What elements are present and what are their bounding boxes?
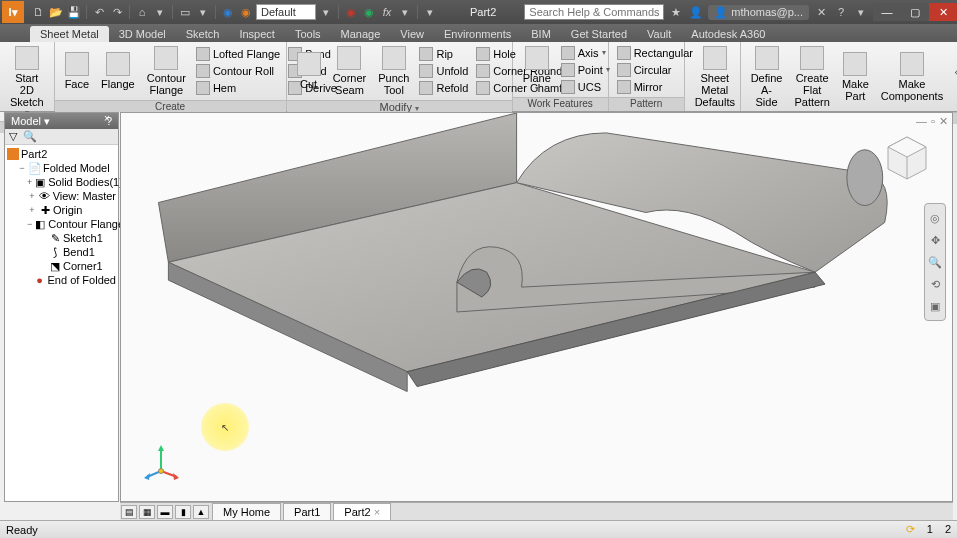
axis-button[interactable]: Axis▾ xyxy=(557,45,614,61)
tab-sheet-metal[interactable]: Sheet Metal xyxy=(30,26,109,42)
make-components-button[interactable]: Make Components xyxy=(875,50,949,104)
status-page-1[interactable]: 1 xyxy=(927,523,933,536)
new-icon[interactable]: 🗋 xyxy=(30,4,46,20)
filter-icon[interactable]: ▽ xyxy=(9,130,17,143)
browser-header[interactable]: Model ▾ ? xyxy=(5,113,118,129)
appearance-combo[interactable]: Default xyxy=(256,4,316,20)
fx-dropdown-icon[interactable]: ▾ xyxy=(397,4,413,20)
face-button[interactable]: Face xyxy=(59,50,95,92)
tree-folded-model[interactable]: −📄Folded Model xyxy=(7,161,116,175)
star-icon[interactable]: ★ xyxy=(668,4,684,20)
status-indicator-icon[interactable]: ⟳ xyxy=(906,523,915,536)
mdi-minimize-icon[interactable]: — xyxy=(916,115,927,128)
undo-icon[interactable]: ↶ xyxy=(91,4,107,20)
tree-contour-flange1[interactable]: −◧Contour Flange1 xyxy=(7,217,116,231)
appearance-icon[interactable]: ◉ xyxy=(238,4,254,20)
tree-origin[interactable]: +✚Origin xyxy=(7,203,116,217)
open-icon[interactable]: 📂 xyxy=(48,4,64,20)
material-icon[interactable]: ◉ xyxy=(220,4,236,20)
define-aside-button[interactable]: Define A-Side xyxy=(745,44,789,110)
tree-corner1[interactable]: ⬔Corner1 xyxy=(7,259,116,273)
hem-button[interactable]: Hem xyxy=(192,80,284,96)
sheet-metal-defaults-button[interactable]: Sheet Metal Defaults xyxy=(689,44,741,110)
minimize-button[interactable]: — xyxy=(873,3,901,21)
tab-view-horiz-icon[interactable]: ▬ xyxy=(157,505,173,519)
tab-inspect[interactable]: Inspect xyxy=(229,26,284,42)
tab-scroll-icon[interactable]: ▲ xyxy=(193,505,209,519)
tab-manage[interactable]: Manage xyxy=(331,26,391,42)
point-button[interactable]: Point▾ xyxy=(557,62,614,78)
maximize-button[interactable]: ▢ xyxy=(901,3,929,21)
create-flat-pattern-button[interactable]: Create Flat Pattern xyxy=(788,44,835,110)
tab-view-vert-icon[interactable]: ▮ xyxy=(175,505,191,519)
tab-tools[interactable]: Tools xyxy=(285,26,331,42)
lookat-icon[interactable]: ▣ xyxy=(927,298,943,314)
tab-3d-model[interactable]: 3D Model xyxy=(109,26,176,42)
punch-tool-button[interactable]: Punch Tool xyxy=(372,44,415,98)
save-icon[interactable]: 💾 xyxy=(66,4,82,20)
tab-vault[interactable]: Vault xyxy=(637,26,681,42)
tree-view-master[interactable]: +👁View: Master xyxy=(7,189,116,203)
select-dropdown-icon[interactable]: ▾ xyxy=(195,4,211,20)
lofted-flange-button[interactable]: Lofted Flange xyxy=(192,46,284,62)
browser-close-icon[interactable]: × xyxy=(104,113,116,125)
search-tree-icon[interactable]: 🔍 xyxy=(23,130,37,143)
doc-tab-part1[interactable]: Part1 xyxy=(283,503,331,521)
contour-roll-button[interactable]: Contour Roll xyxy=(192,63,284,79)
tab-bim[interactable]: BIM xyxy=(521,26,561,42)
tab-view-list-icon[interactable]: ▤ xyxy=(121,505,137,519)
make-part-button[interactable]: Make Part xyxy=(836,50,875,104)
collapse-icon[interactable]: − xyxy=(27,219,32,229)
color-icon[interactable]: ◉ xyxy=(343,4,359,20)
doc-tab-part2[interactable]: Part2 × xyxy=(333,503,391,521)
tab-environments[interactable]: Environments xyxy=(434,26,521,42)
mdi-restore-icon[interactable]: ▫ xyxy=(931,115,935,128)
rip-button[interactable]: Rip xyxy=(415,46,472,62)
tree-end-of-folded[interactable]: ●End of Folded xyxy=(7,273,116,287)
tab-get-started[interactable]: Get Started xyxy=(561,26,637,42)
cut-button[interactable]: Cut xyxy=(291,50,327,92)
help-dropdown-icon[interactable]: ▾ xyxy=(853,4,869,20)
user-menu[interactable]: 👤mthomas@p... xyxy=(708,5,809,20)
fx-icon[interactable]: fx xyxy=(379,4,395,20)
tree-bend1[interactable]: ⟆Bend1 xyxy=(7,245,116,259)
help-icon[interactable]: ? xyxy=(833,4,849,20)
home-icon[interactable]: ⌂ xyxy=(134,4,150,20)
refold-button[interactable]: Refold xyxy=(415,80,472,96)
preset-dropdown-icon[interactable]: ▾ xyxy=(318,4,334,20)
start-2d-sketch-button[interactable]: Start 2D Sketch ▾ xyxy=(4,44,50,119)
close-panel-icon[interactable]: ✕ xyxy=(813,4,829,20)
viewcube[interactable] xyxy=(882,133,932,183)
ucs-button[interactable]: UCS xyxy=(557,79,614,95)
tree-root[interactable]: Part2 xyxy=(7,147,116,161)
zoom-icon[interactable]: 🔍 xyxy=(927,254,943,270)
tab-sketch[interactable]: Sketch xyxy=(176,26,230,42)
expand-icon[interactable]: + xyxy=(27,177,32,187)
collapse-icon[interactable]: − xyxy=(17,163,27,173)
full-nav-wheel-icon[interactable]: ◎ xyxy=(927,210,943,226)
tab-view[interactable]: View xyxy=(390,26,434,42)
expand-icon[interactable]: + xyxy=(27,191,37,201)
status-page-2[interactable]: 2 xyxy=(945,523,951,536)
redo-icon[interactable]: ↷ xyxy=(109,4,125,20)
unfold-button[interactable]: Unfold xyxy=(415,63,472,79)
tab-a360[interactable]: Autodesk A360 xyxy=(681,26,775,42)
app-menu-icon[interactable]: I▾ xyxy=(2,1,24,23)
tree-solid-bodies[interactable]: +▣Solid Bodies(1) xyxy=(7,175,116,189)
close-button[interactable]: ✕ xyxy=(929,3,957,21)
contour-flange-button[interactable]: Contour Flange xyxy=(141,44,192,98)
flange-button[interactable]: Flange xyxy=(95,50,141,92)
doc-tab-my-home[interactable]: My Home xyxy=(212,503,281,521)
search-input[interactable] xyxy=(524,4,664,20)
plane-button[interactable]: Plane▾ xyxy=(517,44,557,95)
corner-seam-button[interactable]: Corner Seam xyxy=(327,44,373,98)
pan-icon[interactable]: ✥ xyxy=(927,232,943,248)
home-dropdown-icon[interactable]: ▾ xyxy=(152,4,168,20)
3d-viewport[interactable]: ↖ ◎ ✥ 🔍 ⟲ ▣ — ▫ ✕ xyxy=(120,112,953,502)
tab-view-tile-icon[interactable]: ▦ xyxy=(139,505,155,519)
select-icon[interactable]: ▭ xyxy=(177,4,193,20)
tree-sketch1[interactable]: ✎Sketch1 xyxy=(7,231,116,245)
signin-icon[interactable]: 👤 xyxy=(688,4,704,20)
mdi-close-icon[interactable]: ✕ xyxy=(939,115,948,128)
expand-icon[interactable]: + xyxy=(27,205,37,215)
